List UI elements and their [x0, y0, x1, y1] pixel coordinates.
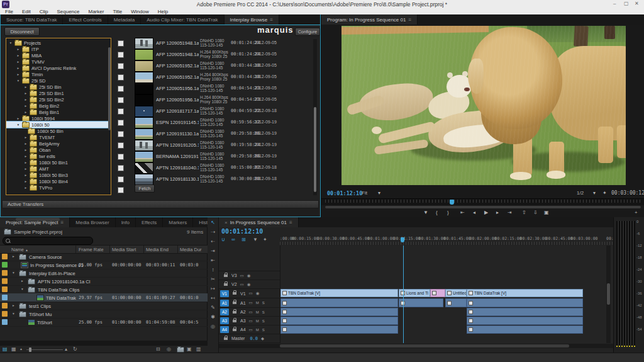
clip-checkbox[interactable]: [118, 108, 124, 115]
timeline-clip-audio[interactable]: [467, 298, 583, 307]
keyframe-nav-icon[interactable]: ◆: [261, 336, 264, 341]
tab-info[interactable]: Info: [116, 217, 136, 227]
label-chip[interactable]: [2, 319, 8, 325]
solo-button[interactable]: S: [262, 319, 265, 323]
timeline-clip-audio[interactable]: [280, 308, 398, 316]
menu-marker[interactable]: Marker: [89, 9, 104, 14]
tab-source-monitor[interactable]: Source: TBN DataTrak: [1, 14, 63, 25]
clip-row[interactable]: AFP 1209191130.1aDNxHD 1080115-120-14500…: [114, 128, 313, 139]
clip-row[interactable]: AFP 1209051948.1aDNxHD 1080115-120-14500…: [114, 38, 313, 48]
label-chip[interactable]: [2, 303, 8, 308]
mute-button[interactable]: M: [256, 310, 259, 314]
source-track-badge-a1[interactable]: A1: [220, 300, 229, 307]
track-lock-icon[interactable]: [224, 337, 228, 340]
clear-trash-button[interactable]: ▥: [196, 346, 201, 352]
timeline-clip-audio[interactable]: [467, 325, 583, 334]
tab-effects[interactable]: Effects: [136, 217, 163, 227]
timeline-clip-audio[interactable]: [445, 298, 467, 307]
tree-item[interactable]: ▸Belg Bin2: [6, 103, 111, 109]
tree-item-selected[interactable]: ▾1080i 50: [6, 122, 111, 128]
panel-menu-icon[interactable]: ≡: [408, 17, 411, 23]
caret-closed-icon[interactable]: ▸: [16, 66, 20, 70]
go-to-out-button[interactable]: ⇥: [508, 210, 512, 215]
configure-button[interactable]: Configure: [295, 28, 320, 36]
zoom-tool-icon[interactable]: ◎: [208, 324, 218, 329]
list-scrollbar-thumb[interactable]: [314, 107, 316, 192]
solo-button[interactable]: S: [262, 310, 265, 314]
tree-item[interactable]: ▸MBA: [6, 52, 111, 59]
program-playhead[interactable]: [450, 200, 454, 205]
project-row[interactable]: In Progress Sequence 0125.00 fps00:00:00…: [0, 261, 208, 269]
project-row[interactable]: ▸Camera Source: [0, 252, 208, 261]
tree-item[interactable]: ▸Belg Bin1: [6, 109, 111, 115]
track-header-master[interactable]: Master0.0◆: [219, 334, 280, 342]
col-media-dur[interactable]: Media Dur: [180, 247, 202, 252]
clip-row[interactable]: AFP 1209051952.1aH.264 800KbpsProxy 1080…: [114, 72, 313, 82]
ripple-edit-tool-icon[interactable]: ⇥: [208, 248, 218, 254]
track-header-a3[interactable]: A3A3▭MS: [219, 317, 280, 325]
tree-item[interactable]: ▸25i SD Bin: [6, 84, 111, 90]
caret-closed-icon[interactable]: ▸: [16, 47, 20, 51]
source-track-badge-v1[interactable]: V1: [220, 290, 229, 297]
mute-button[interactable]: M: [256, 319, 259, 323]
clip-row[interactable]: APTN 1209181130.1aDNxHD 1080115-120-1450…: [114, 174, 313, 184]
export-frame-button[interactable]: ▣: [544, 210, 549, 215]
col-name[interactable]: Name ▲: [11, 247, 28, 252]
track-lock-icon[interactable]: [233, 320, 236, 322]
tab-markers[interactable]: Markers: [163, 217, 193, 227]
caret-open-icon[interactable]: ▾: [16, 123, 20, 127]
timeline-clip-video[interactable]: TBN DataTrak [V]: [280, 289, 398, 297]
add-marker-icon[interactable]: ▼: [253, 237, 258, 242]
timeline-timecode[interactable]: 00:01:12:10: [221, 228, 263, 235]
new-item-button[interactable]: ▣: [187, 346, 192, 352]
zoom-out-icon[interactable]: ▴: [20, 346, 22, 351]
timeline-clip-audio[interactable]: [280, 325, 398, 334]
zoom-slider-thumb[interactable]: [29, 348, 31, 352]
caret-closed-icon[interactable]: ▸: [24, 154, 28, 158]
clip-row[interactable]: AFP 1209051956.1aH.264 800KbpsProxy 1080…: [114, 94, 313, 105]
caret-open-icon[interactable]: ▾: [9, 41, 13, 45]
track-lock-icon[interactable]: [233, 302, 236, 304]
label-chip[interactable]: [2, 270, 8, 276]
caret-closed-icon[interactable]: ▸: [16, 72, 20, 76]
timeline-settings-wrench-icon[interactable]: ✦: [263, 237, 267, 242]
tree-item[interactable]: 1080i 50 Bin: [6, 128, 111, 134]
menu-sequence[interactable]: Sequence: [57, 9, 79, 14]
timeline-clip-audio[interactable]: [280, 317, 398, 325]
panel-menu-icon[interactable]: ≡: [289, 220, 292, 225]
play-button[interactable]: ▶: [484, 210, 488, 215]
clip-checkbox[interactable]: [118, 142, 124, 149]
solo-button[interactable]: S: [262, 301, 265, 305]
tree-item[interactable]: ▸25i SD Bin1: [6, 90, 111, 96]
clip-row[interactable]: AFP 1209051956.1aDNxHD 1080115-120-14500…: [114, 83, 313, 94]
tab-interplay-browse[interactable]: Interplay Browse≡: [225, 14, 279, 25]
clip-row[interactable]: AFP 1209051952.1aDNxHD 1080115-120-14500…: [114, 60, 313, 71]
fit-dropdown[interactable]: Fit: [362, 190, 367, 196]
tree-item[interactable]: ▸1080i 50 Bin3: [6, 172, 111, 178]
tab-effect-controls[interactable]: Effect Controls: [63, 14, 108, 25]
caret-closed-icon[interactable]: ▸: [16, 54, 20, 57]
menu-clip[interactable]: Clip: [40, 9, 48, 14]
source-patch-icon[interactable]: ▭: [249, 310, 253, 315]
slide-tool-icon[interactable]: ↤: [208, 295, 218, 301]
solo-button[interactable]: S: [262, 328, 265, 332]
timeline-clip-audio[interactable]: [280, 298, 398, 307]
close-tab-icon[interactable]: ×: [225, 220, 228, 225]
clip-row[interactable]: APTN 1209191205.1aDNxHD 1080115-120-1450…: [114, 140, 313, 150]
add-marker-button[interactable]: ▼: [423, 210, 428, 215]
timeline-clip-audio[interactable]: [467, 317, 583, 325]
thumbnail-zoom-slider[interactable]: [26, 349, 63, 350]
clip-row[interactable]: BERNAMA 120919123...DNxHD 1080115-120-14…: [114, 151, 313, 162]
clip-checkbox[interactable]: [118, 52, 124, 58]
clip-row[interactable]: ESPN 1209191145.1aDNxHD 1080115-120-1450…: [114, 117, 313, 128]
caret-closed-icon[interactable]: ▸: [24, 98, 28, 101]
go-to-in-button[interactable]: ⇤: [460, 210, 465, 215]
caret-closed-icon[interactable]: ▸: [16, 116, 20, 120]
tab-audio-clip-mixer[interactable]: Audio Clip Mixer: TBN DataTrak: [141, 14, 224, 25]
track-header-a2[interactable]: A2A2▭MS: [219, 308, 280, 316]
caret-closed-icon[interactable]: ▸: [13, 254, 14, 258]
track-lock-icon[interactable]: [224, 283, 228, 286]
hand-tool-icon[interactable]: ✱: [208, 314, 218, 320]
lift-button[interactable]: ⇧: [522, 210, 526, 215]
timeline-ruler[interactable]: :00:00 00:00:15:00 00:00:30:00 00:00:45:…: [280, 235, 613, 246]
